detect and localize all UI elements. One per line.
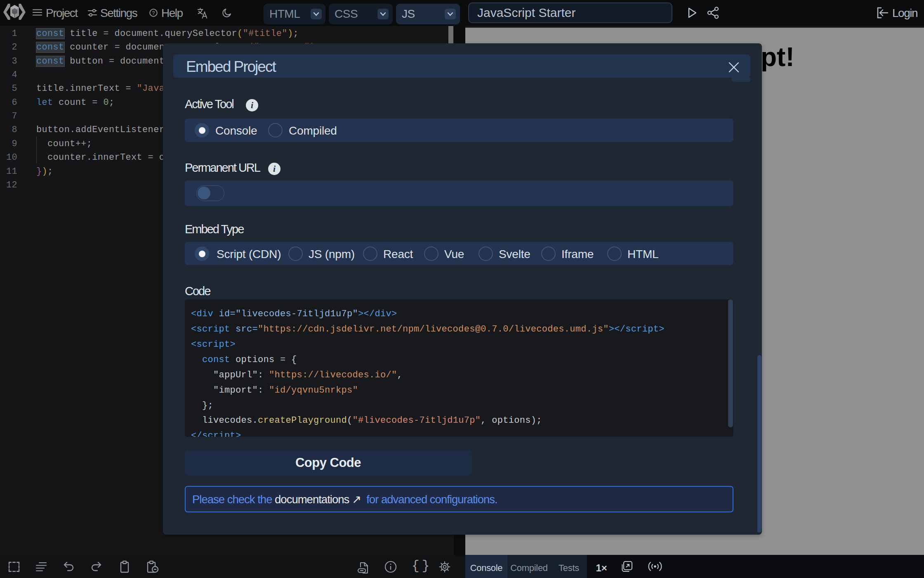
- svg-text:?: ?: [152, 10, 155, 16]
